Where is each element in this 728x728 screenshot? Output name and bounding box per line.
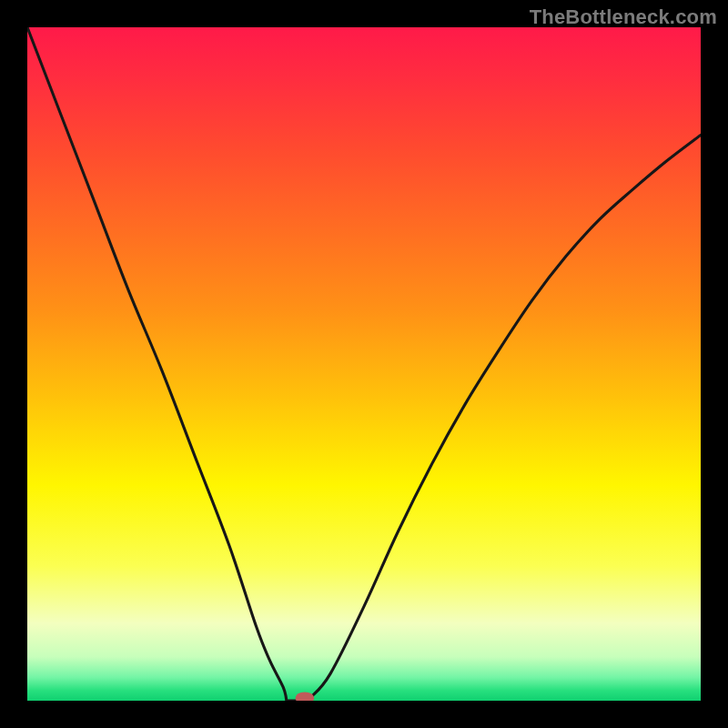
- chart-frame: TheBottleneck.com: [0, 0, 728, 728]
- plot-area: [27, 27, 701, 701]
- watermark-label: TheBottleneck.com: [530, 5, 717, 29]
- bottleneck-chart: [27, 27, 701, 701]
- gradient-background: [27, 27, 701, 701]
